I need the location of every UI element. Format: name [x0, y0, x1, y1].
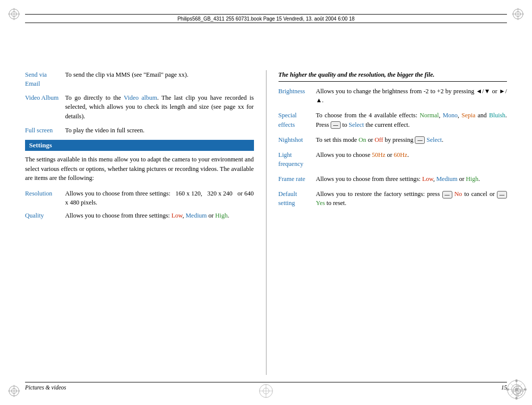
label-special-effects: Special effects	[279, 111, 316, 129]
entry-brightness: Brightness Allows you to change the brig…	[279, 87, 507, 105]
text-nightshot: To set this mode On or Off by pressing —…	[316, 135, 507, 144]
link-medium-quality: Medium	[185, 212, 206, 219]
link-low-quality: Low	[171, 212, 182, 219]
link-low-framerate: Low	[422, 175, 433, 182]
text-brightness: Allows you to change the brightness from…	[316, 87, 507, 105]
settings-body: The settings available in this menu allo…	[25, 155, 254, 183]
link-yes: Yes	[316, 199, 325, 207]
footer-bar: Pictures & videos 15	[25, 382, 507, 391]
column-divider	[266, 70, 267, 375]
label-frame-rate: Frame rate	[279, 174, 316, 183]
header-text: Philips568_GB_4311 255 60731.book Page 1…	[177, 16, 355, 22]
left-column: Send via Email To send the clip via MMS …	[25, 30, 254, 375]
button-icon-yes: —	[497, 191, 507, 198]
label-nightshot: Nightshot	[279, 135, 316, 144]
link-off: Off	[375, 136, 383, 143]
entry-light-frequency: Light frequency Allows you to choose 50H…	[279, 150, 507, 168]
link-normal: Normal	[420, 112, 439, 119]
corner-ornament-tl	[7, 7, 21, 21]
label-default-setting: Default setting	[279, 189, 316, 208]
entry-video-album: Video Album To go directly to the Video …	[25, 93, 254, 120]
link-60hz: 60Hz	[394, 151, 407, 158]
link-select: Select	[349, 121, 364, 128]
corner-ornament-bl	[7, 384, 21, 398]
label-resolution: Resolution	[25, 189, 65, 198]
entry-quality: Quality Allows you to choose from three …	[25, 211, 254, 220]
label-video-album: Video Album	[25, 93, 65, 102]
text-quality: Allows you to choose from three settings…	[65, 211, 254, 220]
settings-heading: Settings	[25, 140, 254, 151]
link-no: No	[454, 190, 462, 197]
link-bluish: Bluish	[489, 112, 505, 119]
header-bar: Philips568_GB_4311 255 60731.book Page 1…	[25, 14, 507, 23]
label-light-frequency: Light frequency	[279, 150, 316, 168]
corner-ornament-tr	[511, 7, 525, 21]
gear-ornament-br	[506, 379, 527, 400]
text-video-album: To go directly to the Video album. The l…	[65, 93, 254, 120]
label-send-via-email: Send via Email	[25, 70, 65, 88]
entry-full-screen: Full screen To play the video in full sc…	[25, 126, 254, 135]
text-frame-rate: Allows you to choose from three settings…	[316, 174, 507, 183]
text-full-screen: To play the video in full screen.	[65, 126, 254, 135]
svg-rect-24	[515, 397, 517, 399]
text-special-effects: To choose from the 4 available effects: …	[316, 111, 507, 129]
label-quality: Quality	[25, 211, 65, 220]
entry-special-effects: Special effects To choose from the 4 ava…	[279, 111, 507, 129]
button-icon-nightshot: —	[415, 136, 425, 144]
entry-send-via-email: Send via Email To send the clip via MMS …	[25, 70, 254, 88]
text-default-setting: Allows you to restore the factory settin…	[316, 189, 507, 208]
link-select-nightshot: Select	[427, 136, 442, 143]
link-medium-framerate: Medium	[436, 175, 457, 182]
link-mono: Mono	[443, 112, 458, 119]
footer-right: 15	[501, 384, 507, 390]
link-sepia: Sepia	[461, 112, 475, 119]
link-video-album: Video album	[124, 94, 157, 101]
main-content: Send via Email To send the clip via MMS …	[25, 30, 507, 375]
svg-rect-26	[524, 388, 526, 390]
link-on: On	[359, 136, 366, 143]
link-high-quality: High	[215, 212, 228, 219]
link-high-framerate: High	[466, 175, 478, 182]
text-resolution: Allows you to choose from three settings…	[65, 189, 254, 207]
label-full-screen: Full screen	[25, 126, 65, 135]
link-50hz: 50Hz	[372, 151, 385, 158]
footer-left: Pictures & videos	[25, 384, 66, 390]
button-icon-no: —	[442, 191, 452, 198]
text-send-via-email: To send the clip via MMS (see "Email" pa…	[65, 70, 254, 79]
entry-nightshot: Nightshot To set this mode On or Off by …	[279, 135, 507, 144]
entry-resolution: Resolution Allows you to choose from thr…	[25, 189, 254, 207]
svg-rect-23	[515, 379, 517, 382]
right-column: The higher the quality and the resolutio…	[279, 30, 507, 375]
entry-frame-rate: Frame rate Allows you to choose from thr…	[279, 174, 507, 183]
button-icon-select: —	[331, 121, 341, 129]
label-brightness: Brightness	[279, 87, 316, 96]
text-light-frequency: Allows you to choose 50Hz or 60Hz.	[316, 150, 507, 159]
quality-note-header: The higher the quality and the resolutio…	[279, 70, 507, 82]
entry-default-setting: Default setting Allows you to restore th…	[279, 189, 507, 208]
